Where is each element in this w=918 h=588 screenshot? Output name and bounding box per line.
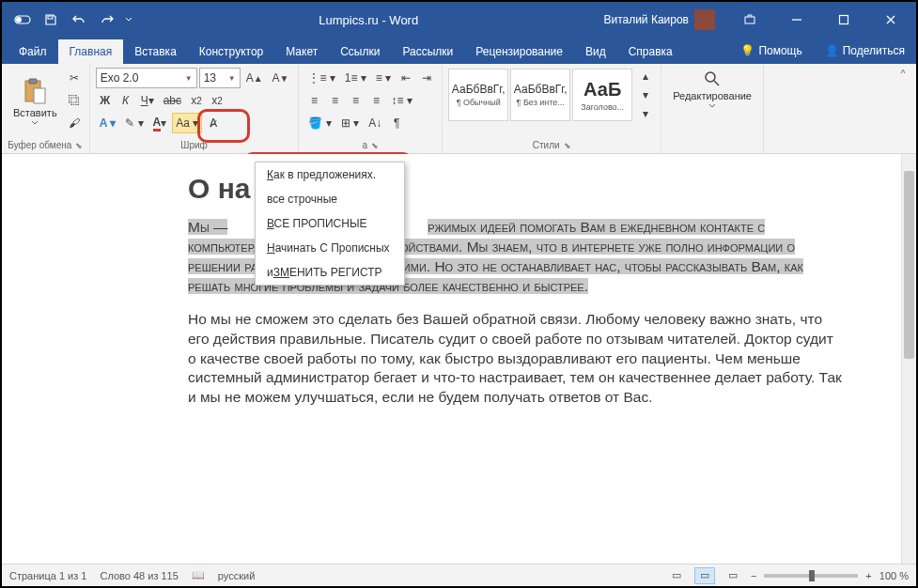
maximize-icon[interactable] (822, 2, 865, 38)
font-color-icon[interactable]: A ▾ (149, 113, 171, 133)
borders-icon[interactable]: ⊞ ▾ (337, 113, 363, 133)
bullets-icon[interactable]: ⋮≡ ▾ (304, 68, 338, 88)
svg-rect-2 (48, 16, 53, 19)
shrink-font-icon[interactable]: A▼ (269, 68, 293, 88)
tab-references[interactable]: Ссылки (329, 39, 391, 64)
tab-insert[interactable]: Вставка (123, 39, 188, 64)
underline-button[interactable]: Ч ▾ (137, 90, 158, 111)
align-center-icon[interactable]: ≡ (325, 90, 344, 111)
svg-rect-3 (745, 17, 755, 23)
group-paragraph: ⋮≡ ▾ 1≡ ▾ ≡ ▾ ⇤ ⇥ ≡ ≡ ≡ ≡ ↕≡ ▾ 🪣 ▾ ⊞ ▾ A… (299, 64, 443, 154)
case-sentence[interactable]: ККак в предложениях.ак в предложениях. (256, 162, 404, 187)
decrease-indent-icon[interactable]: ⇤ (397, 68, 415, 88)
chevron-down-icon: ▼ (228, 74, 236, 83)
tab-share[interactable]: 👤Поделиться (814, 39, 916, 63)
undo-icon[interactable] (66, 7, 92, 33)
editing-button[interactable]: Редактирование (667, 68, 757, 110)
change-case-button[interactable]: Aa ▾ (172, 113, 202, 133)
svg-rect-6 (29, 79, 37, 84)
qat-dropdown-icon[interactable] (122, 7, 135, 33)
zoom-in-icon[interactable]: + (865, 570, 871, 581)
group-font: Exo 2.0▼ 13▼ A▲ A▼ Ж К Ч ▾ abc x2 x2 A ▾… (90, 64, 300, 154)
numbering-icon[interactable]: 1≡ ▾ (341, 68, 370, 88)
tab-tell-me[interactable]: 💡Помощь (729, 39, 813, 63)
styles-more-icon[interactable]: ▾ (636, 105, 655, 122)
collapse-ribbon-icon[interactable]: ˄ (890, 64, 916, 153)
case-uppercase[interactable]: ВСЕ ПРОПИСНЫЕ (256, 211, 404, 236)
style-nospacing[interactable]: АаБбВвГг,¶ Без инте... (510, 69, 570, 121)
line-spacing-icon[interactable]: ↕≡ ▾ (387, 90, 415, 111)
scrollbar-thumb[interactable] (904, 171, 914, 359)
clear-formatting-icon[interactable]: A̷ (204, 113, 223, 133)
style-heading1[interactable]: АаБЗаголово... (572, 69, 632, 121)
font-size-combo[interactable]: 13▼ (199, 68, 241, 88)
increase-indent-icon[interactable]: ⇥ (417, 68, 436, 88)
close-icon[interactable] (869, 2, 912, 38)
redo-icon[interactable] (94, 7, 120, 33)
highlight-icon[interactable]: ✎ ▾ (121, 113, 147, 133)
launcher-icon[interactable]: ⬊ (564, 141, 571, 150)
autosave-toggle[interactable] (9, 7, 36, 33)
svg-point-1 (16, 17, 22, 23)
strikethrough-button[interactable]: abc (160, 90, 185, 111)
tab-review[interactable]: Рецензирование (464, 39, 574, 64)
svg-rect-7 (34, 88, 45, 103)
tab-mailings[interactable]: Рассылки (391, 39, 464, 64)
show-marks-icon[interactable]: ¶ (387, 113, 406, 133)
grow-font-icon[interactable]: A▲ (242, 68, 267, 88)
justify-icon[interactable]: ≡ (366, 90, 385, 111)
status-words[interactable]: Слово 48 из 115 (100, 570, 178, 581)
case-lowercase[interactable]: все строчные (256, 187, 404, 211)
status-page[interactable]: Страница 1 из 1 (9, 570, 86, 581)
view-print-icon[interactable]: ▭ (694, 567, 715, 584)
user-account[interactable]: Виталий Каиров (594, 9, 724, 30)
cut-icon[interactable]: ✂ (65, 68, 84, 88)
window-title: Lumpics.ru - Word (143, 13, 594, 27)
minimize-icon[interactable] (775, 2, 818, 38)
group-styles: АаБбВвГг,¶ Обычный АаБбВвГг,¶ Без инте..… (443, 64, 661, 154)
tab-view[interactable]: Вид (574, 39, 617, 64)
align-left-icon[interactable]: ≡ (304, 90, 323, 111)
ribbon-options-icon[interactable] (728, 2, 771, 38)
view-web-icon[interactable]: ▭ (723, 567, 743, 584)
tab-layout[interactable]: Макет (274, 39, 329, 64)
style-normal[interactable]: АаБбВвГг,¶ Обычный (448, 69, 508, 121)
zoom-thumb[interactable] (809, 570, 815, 581)
multilevel-icon[interactable]: ≡ ▾ (372, 68, 395, 88)
share-icon: 👤 (825, 44, 839, 57)
status-language[interactable]: русский (218, 570, 255, 581)
paste-button[interactable]: Вставить (8, 75, 63, 127)
format-painter-icon[interactable]: 🖌 (65, 113, 84, 133)
page: О на Мы —xxxxxxxxxxxxxxxxxxxxxxxxxxxxxрж… (2, 154, 901, 408)
italic-button[interactable]: К (117, 90, 135, 111)
align-right-icon[interactable]: ≡ (346, 90, 365, 111)
tab-help[interactable]: Справка (617, 39, 684, 64)
case-capitalize[interactable]: Начинать С Прописных (256, 236, 404, 260)
tab-file[interactable]: Файл (8, 39, 58, 64)
document-area[interactable]: О на Мы —xxxxxxxxxxxxxxxxxxxxxxxxxxxxxрж… (2, 154, 901, 564)
view-read-icon[interactable]: ▭ (666, 567, 687, 584)
launcher-icon[interactable]: ⬊ (75, 141, 83, 150)
launcher-icon[interactable]: ⬊ (371, 141, 379, 150)
case-toggle[interactable]: иЗМЕНИТЬ РЕГИСТР (256, 260, 404, 285)
font-combo[interactable]: Exo 2.0▼ (96, 68, 197, 88)
bold-button[interactable]: Ж (96, 90, 115, 111)
tab-design[interactable]: Конструктор (188, 39, 274, 64)
save-icon[interactable] (38, 7, 64, 33)
copy-icon[interactable]: ⿻ (65, 90, 84, 111)
zoom-out-icon[interactable]: − (751, 570, 756, 581)
shading-icon[interactable]: 🪣 ▾ (304, 113, 335, 133)
text-effects-icon[interactable]: A ▾ (96, 113, 120, 133)
styles-down-icon[interactable]: ▾ (636, 86, 655, 103)
styles-up-icon[interactable]: ▴ (636, 68, 655, 85)
tab-home[interactable]: Главная (58, 39, 124, 64)
superscript-button[interactable]: x2 (208, 90, 226, 111)
sort-icon[interactable]: A↓ (365, 113, 385, 133)
change-case-dropdown: ККак в предложениях.ак в предложениях. в… (255, 162, 405, 286)
user-name: Виталий Каиров (603, 13, 689, 26)
subscript-button[interactable]: x2 (187, 90, 206, 111)
zoom-level[interactable]: 100 % (879, 570, 909, 581)
vertical-scrollbar[interactable] (901, 154, 916, 564)
zoom-slider[interactable] (764, 574, 858, 578)
status-proof-icon[interactable]: 📖 (192, 569, 205, 581)
